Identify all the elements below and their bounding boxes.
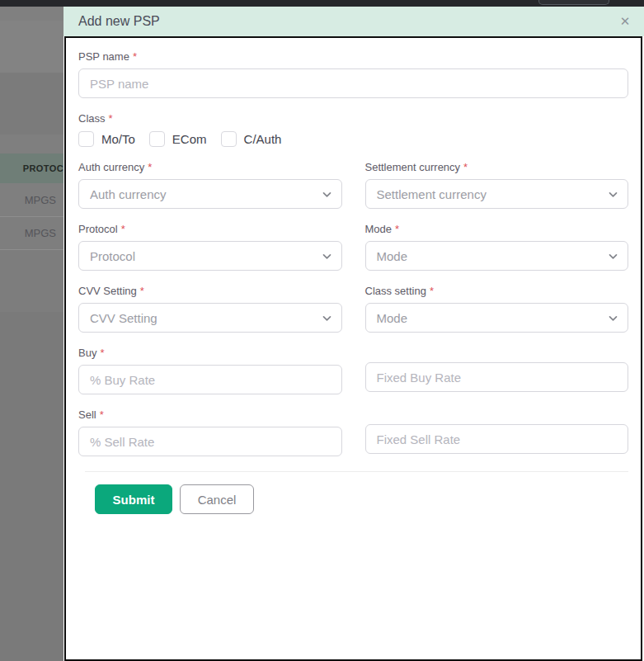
footer-divider bbox=[85, 471, 628, 472]
cauth-checkbox-label: C/Auth bbox=[244, 132, 282, 146]
modal-header: Add new PSP ✕ bbox=[63, 7, 644, 36]
class-group: Class* Mo/To ECom C/Auth bbox=[78, 113, 628, 147]
sell-row: Sell* bbox=[78, 409, 628, 456]
background-table-header-protocol: PROTOC bbox=[0, 153, 63, 183]
browser-tab-shape bbox=[538, 0, 609, 5]
cvv-setting-group: CVV Setting* CVV Setting bbox=[78, 286, 342, 333]
class-checkbox-row: Mo/To ECom C/Auth bbox=[78, 130, 628, 147]
checkbox-item-cauth[interactable]: C/Auth bbox=[221, 131, 282, 147]
sell-pct-group: Sell* bbox=[78, 409, 342, 456]
psp-name-input[interactable] bbox=[78, 68, 628, 98]
required-marker: * bbox=[395, 223, 399, 235]
background-band bbox=[0, 73, 63, 135]
chevron-down-icon bbox=[322, 315, 331, 322]
sell-fixed-group bbox=[365, 409, 629, 456]
submit-button[interactable]: Submit bbox=[95, 484, 172, 514]
sell-rate-percent-input[interactable] bbox=[78, 427, 342, 456]
class-setting-select[interactable]: Mode bbox=[365, 303, 629, 333]
chevron-down-icon bbox=[609, 253, 618, 260]
required-marker: * bbox=[148, 161, 152, 173]
protocol-select[interactable]: Protocol bbox=[78, 241, 342, 271]
checkbox-item-ecom[interactable]: ECom bbox=[149, 131, 207, 147]
sell-label: Sell* bbox=[78, 409, 342, 421]
mode-label: Mode* bbox=[365, 224, 629, 235]
background-band bbox=[0, 312, 63, 661]
protocol-cell: MPGS bbox=[25, 194, 56, 206]
background-band bbox=[0, 135, 63, 153]
auth-currency-select[interactable]: Auth currency bbox=[78, 179, 342, 209]
cancel-button[interactable]: Cancel bbox=[180, 484, 254, 514]
required-marker: * bbox=[430, 285, 434, 297]
protocol-mode-row: Protocol* Protocol Mode* Mode bbox=[78, 224, 628, 271]
required-marker: * bbox=[100, 347, 104, 359]
fixed-buy-rate-input[interactable] bbox=[365, 362, 629, 392]
mode-group: Mode* Mode bbox=[365, 224, 629, 271]
chevron-down-icon bbox=[322, 191, 331, 198]
ecom-checkbox[interactable] bbox=[149, 131, 165, 147]
dimmed-background-page: PROTOC MPGS MPGS bbox=[0, 7, 63, 661]
modal-title: Add new PSP bbox=[78, 14, 160, 29]
currency-row: Auth currency* Auth currency Settlement … bbox=[78, 162, 628, 209]
screen: PROTOC MPGS MPGS Add new PSP ✕ PSP name*… bbox=[0, 0, 644, 661]
settlement-currency-label: Settlement currency* bbox=[365, 162, 629, 173]
close-icon[interactable]: ✕ bbox=[614, 7, 636, 36]
background-band bbox=[0, 7, 63, 21]
required-marker: * bbox=[133, 50, 137, 63]
settlement-currency-group: Settlement currency* Settlement currency bbox=[365, 162, 629, 209]
background-band bbox=[0, 21, 63, 73]
auth-currency-label: Auth currency* bbox=[78, 162, 342, 173]
form-actions: Submit Cancel bbox=[95, 484, 628, 514]
moto-checkbox[interactable] bbox=[78, 131, 94, 147]
buy-rate-percent-input[interactable] bbox=[78, 365, 342, 394]
buy-label: Buy* bbox=[78, 347, 342, 359]
ecom-checkbox-label: ECom bbox=[172, 132, 207, 146]
chevron-down-icon bbox=[609, 315, 618, 322]
buy-pct-group: Buy* bbox=[78, 347, 342, 394]
required-marker: * bbox=[140, 285, 144, 297]
buy-fixed-group bbox=[365, 347, 629, 394]
table-row: MPGS bbox=[0, 183, 63, 217]
required-marker: * bbox=[121, 223, 125, 235]
class-label: Class* bbox=[78, 113, 628, 125]
cauth-checkbox[interactable] bbox=[221, 131, 237, 147]
psp-name-group: PSP name* bbox=[78, 51, 628, 98]
required-marker: * bbox=[463, 161, 468, 173]
checkbox-item-moto[interactable]: Mo/To bbox=[78, 131, 135, 147]
fixed-sell-rate-input[interactable] bbox=[365, 424, 629, 454]
background-band bbox=[0, 250, 63, 312]
cvv-setting-select[interactable]: CVV Setting bbox=[78, 303, 342, 333]
class-setting-group: Class setting* Mode bbox=[365, 286, 629, 333]
add-new-psp-form: PSP name* Class* Mo/To ECom C/Aut bbox=[64, 36, 642, 661]
class-setting-label: Class setting* bbox=[365, 286, 629, 297]
protocol-label: Protocol* bbox=[78, 224, 342, 235]
cvv-classsetting-row: CVV Setting* CVV Setting Class setting* … bbox=[78, 286, 628, 333]
cvv-setting-label: CVV Setting* bbox=[78, 286, 342, 297]
moto-checkbox-label: Mo/To bbox=[101, 132, 135, 146]
protocol-column-header: PROTOC bbox=[23, 163, 63, 173]
settlement-currency-select[interactable]: Settlement currency bbox=[365, 179, 629, 209]
browser-top-bar bbox=[0, 0, 644, 7]
auth-currency-group: Auth currency* Auth currency bbox=[78, 162, 342, 209]
table-row: MPGS bbox=[0, 217, 63, 250]
mode-select[interactable]: Mode bbox=[365, 241, 629, 271]
psp-name-label: PSP name* bbox=[78, 51, 628, 63]
required-marker: * bbox=[109, 112, 113, 125]
required-marker: * bbox=[100, 408, 104, 421]
protocol-cell: MPGS bbox=[25, 227, 56, 239]
buy-row: Buy* bbox=[78, 347, 628, 394]
chevron-down-icon bbox=[609, 191, 618, 198]
protocol-group: Protocol* Protocol bbox=[78, 224, 342, 271]
chevron-down-icon bbox=[322, 253, 331, 260]
